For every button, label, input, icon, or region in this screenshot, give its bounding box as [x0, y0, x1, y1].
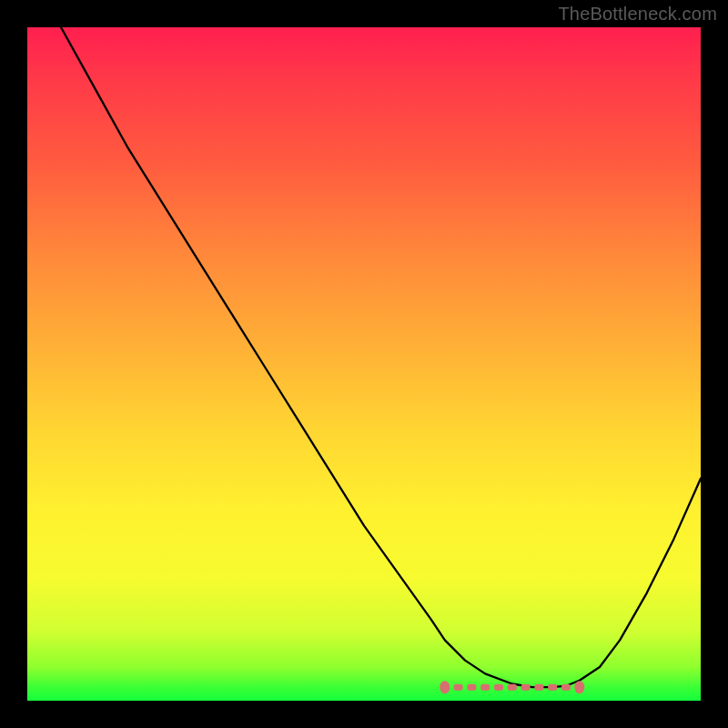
chart-frame: TheBottleneck.com	[0, 0, 728, 728]
optimal-dash	[494, 684, 503, 691]
optimal-dash	[548, 684, 557, 691]
curve-svg	[27, 27, 701, 701]
optimal-end-dot	[440, 681, 450, 693]
optimal-dash	[561, 684, 571, 691]
optimal-dash	[521, 684, 531, 691]
watermark-text: TheBottleneck.com	[558, 4, 717, 25]
optimal-dash	[480, 684, 490, 691]
bottleneck-curve	[61, 27, 701, 687]
optimal-end-dot	[574, 681, 584, 693]
optimal-dash	[534, 684, 543, 691]
optimal-dash	[467, 684, 476, 691]
optimal-dash	[508, 684, 517, 691]
plot-area	[27, 27, 701, 701]
optimal-dash	[454, 684, 463, 691]
